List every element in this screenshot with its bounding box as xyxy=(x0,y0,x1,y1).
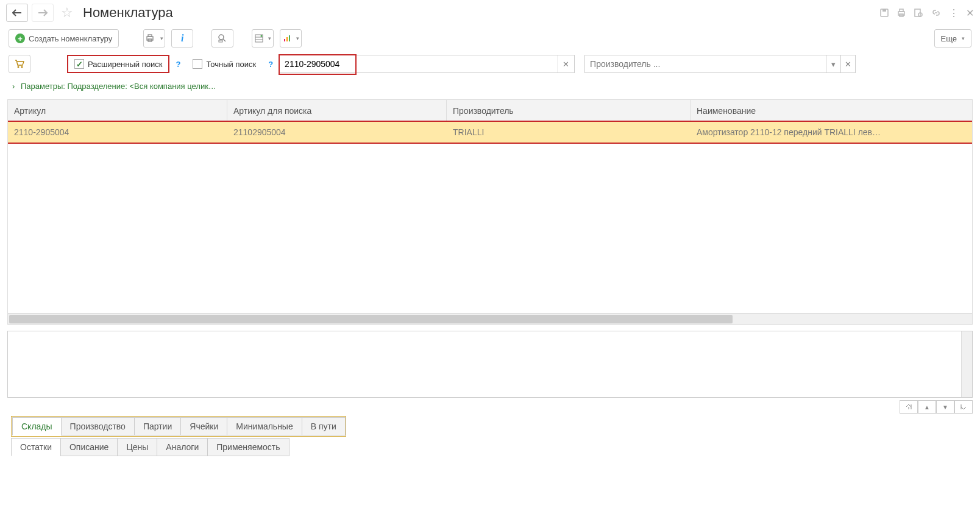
manufacturer-clear-button[interactable]: ✕ xyxy=(840,55,855,72)
list-settings-button[interactable]: ▾ xyxy=(252,29,274,48)
create-label: Создать номенклатуру xyxy=(29,34,112,43)
manufacturer-input[interactable] xyxy=(585,55,826,72)
preview-icon[interactable] xyxy=(914,7,923,19)
table-header: Артикул Артикул для поиска Производитель… xyxy=(8,100,972,122)
cell-search-article: 21102905004 xyxy=(227,122,447,143)
back-button[interactable] xyxy=(6,4,28,22)
cell-manufacturer: TRIALLI xyxy=(447,122,691,143)
manufacturer-dropdown-button[interactable]: ▾ xyxy=(826,55,840,72)
svg-rect-19 xyxy=(289,35,290,41)
horizontal-scrollbar[interactable] xyxy=(8,313,972,324)
plus-icon: + xyxy=(15,34,25,43)
vertical-scrollbar[interactable] xyxy=(961,331,972,397)
svg-point-20 xyxy=(18,66,20,68)
last-record-button[interactable] xyxy=(954,400,973,414)
create-nomenclature-button[interactable]: + Создать номенклатуру xyxy=(9,29,119,48)
exact-search-checkbox[interactable] xyxy=(193,59,202,69)
svg-point-21 xyxy=(21,66,23,68)
forward-button[interactable] xyxy=(32,4,54,22)
help-extended-search-icon[interactable]: ? xyxy=(176,60,180,69)
exact-search-checkbox-wrap[interactable]: Точный поиск xyxy=(186,55,262,73)
first-record-button[interactable] xyxy=(900,400,918,414)
tab-applicability[interactable]: Применяемость xyxy=(207,438,289,456)
clear-search-button[interactable]: ✕ xyxy=(557,55,574,72)
extended-search-label: Расширенный поиск xyxy=(88,60,162,69)
extended-search-checkbox[interactable] xyxy=(74,59,84,69)
svg-line-11 xyxy=(223,39,225,41)
svg-rect-12 xyxy=(219,40,222,42)
header-name[interactable]: Наименование xyxy=(691,100,972,121)
print-icon[interactable] xyxy=(897,7,906,19)
search-input-wrap: ✕ xyxy=(279,55,575,73)
tab-cells[interactable]: Ячейки xyxy=(180,417,227,436)
tab-production[interactable]: Производство xyxy=(61,417,135,436)
svg-point-10 xyxy=(219,35,224,40)
svg-point-16 xyxy=(260,35,262,37)
svg-rect-18 xyxy=(286,37,288,41)
exact-search-label: Точный поиск xyxy=(206,60,256,69)
tab-analogs[interactable]: Аналоги xyxy=(157,438,208,456)
manufacturer-combo: ▾ ✕ xyxy=(584,55,856,73)
detail-tabs-upper: Склады Производство Партии Ячейки Минима… xyxy=(11,416,346,437)
chevron-right-icon: › xyxy=(12,82,15,91)
cell-article: 2110-2905004 xyxy=(8,122,227,143)
tab-batches[interactable]: Партии xyxy=(134,417,181,436)
chart-button[interactable]: ▾ xyxy=(280,29,302,48)
filter-row: Расширенный поиск ? Точный поиск ? ✕ ▾ ✕ xyxy=(0,51,980,77)
svg-rect-1 xyxy=(882,9,886,12)
more-menu-icon[interactable]: ⋮ xyxy=(949,7,959,19)
save-icon[interactable] xyxy=(879,7,889,19)
titlebar: ☆ Номенклатура ⋮ ✕ xyxy=(0,0,980,26)
parameters-link[interactable]: › Параметры: Подразделение: <Вся компани… xyxy=(0,77,980,96)
next-record-button[interactable]: ▼ xyxy=(936,400,954,414)
svg-rect-3 xyxy=(900,9,903,12)
favorite-star-icon[interactable]: ☆ xyxy=(61,5,73,21)
more-label: Еще xyxy=(941,34,957,43)
toolbar: + Создать номенклатуру ▾ i ▾ ▾ Еще ▾ xyxy=(0,26,980,51)
results-table: Артикул Артикул для поиска Производитель… xyxy=(7,99,973,325)
svg-rect-17 xyxy=(284,39,285,41)
record-nav-arrows: ▲ ▼ xyxy=(0,398,980,416)
search-input[interactable] xyxy=(280,55,557,72)
table-row[interactable]: 2110-2905004 21102905004 TRIALLI Амортиз… xyxy=(8,122,972,143)
titlebar-actions: ⋮ ✕ xyxy=(879,7,974,19)
basket-button[interactable] xyxy=(9,55,30,73)
cell-name: Амортизатор 2110-12 передний TRIALLI лев… xyxy=(691,122,972,143)
tab-balances[interactable]: Остатки xyxy=(11,438,61,456)
info-button[interactable]: i xyxy=(171,29,193,48)
header-manufacturer[interactable]: Производитель xyxy=(447,100,691,121)
help-exact-search-icon[interactable]: ? xyxy=(268,60,273,69)
tab-in-transit[interactable]: В пути xyxy=(302,417,346,436)
prev-record-button[interactable]: ▲ xyxy=(918,400,936,414)
parameters-text: Параметры: Подразделение: <Вся компания … xyxy=(21,82,216,91)
tab-prices[interactable]: Цены xyxy=(117,438,157,456)
scrollbar-thumb[interactable] xyxy=(9,315,733,323)
detail-tabs-lower: Остатки Описание Цены Аналоги Применяемо… xyxy=(0,437,980,456)
link-icon[interactable] xyxy=(931,7,942,19)
extended-search-checkbox-wrap[interactable]: Расширенный поиск xyxy=(67,55,169,73)
page-title: Номенклатура xyxy=(83,5,173,21)
svg-rect-8 xyxy=(148,35,152,37)
detail-panel xyxy=(7,331,973,398)
search-mode-button[interactable] xyxy=(211,29,233,48)
tab-minimal[interactable]: Минимальные xyxy=(227,417,302,436)
tab-warehouses[interactable]: Склады xyxy=(12,417,62,436)
close-icon[interactable]: ✕ xyxy=(966,7,974,19)
print-dropdown-button[interactable]: ▾ xyxy=(143,29,165,48)
header-search-article[interactable]: Артикул для поиска xyxy=(227,100,447,121)
tab-description[interactable]: Описание xyxy=(60,438,118,456)
more-button[interactable]: Еще ▾ xyxy=(934,29,971,48)
header-article[interactable]: Артикул xyxy=(8,100,227,121)
